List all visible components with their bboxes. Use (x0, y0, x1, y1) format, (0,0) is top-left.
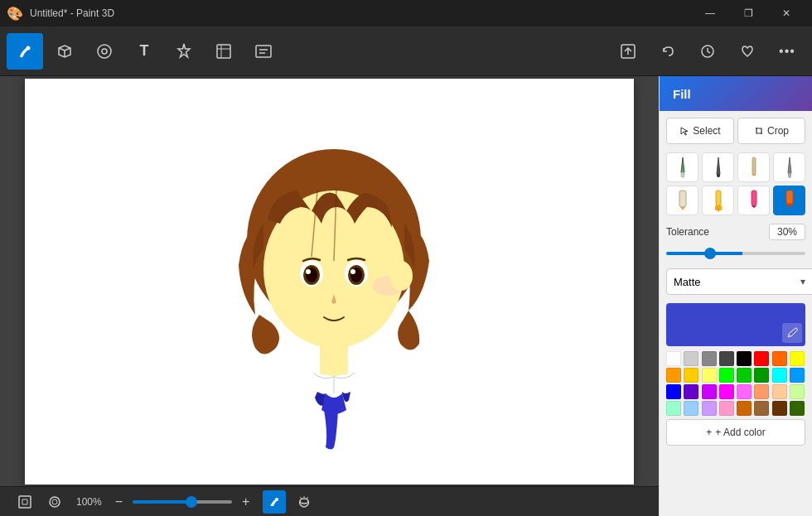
minimize-button[interactable]: — (691, 0, 729, 27)
brush-tool-4[interactable] (773, 152, 805, 182)
color-swatch-cell[interactable] (772, 401, 787, 416)
tolerance-slider-row (666, 244, 805, 258)
tool-stickers[interactable] (86, 33, 123, 70)
svg-rect-29 (679, 190, 686, 207)
history-button[interactable] (689, 33, 726, 70)
color-swatch-cell[interactable] (772, 368, 787, 383)
color-palette (666, 351, 805, 416)
brush-tool-1[interactable] (666, 152, 698, 182)
add-color-icon: + (706, 427, 712, 438)
color-swatch-cell[interactable] (666, 401, 681, 416)
svg-rect-30 (716, 190, 721, 205)
close-button[interactable]: ✕ (767, 0, 805, 27)
restore-button[interactable]: ❐ (729, 0, 767, 27)
color-swatch-cell[interactable] (737, 384, 752, 399)
tolerance-label: Tolerance (666, 226, 709, 238)
brush-tool-3[interactable] (737, 152, 770, 182)
crop-button[interactable]: Crop (737, 118, 805, 144)
svg-point-15 (306, 269, 311, 274)
eye-dropper-bottombar-button[interactable] (292, 490, 316, 514)
svg-rect-27 (752, 157, 756, 176)
svg-rect-20 (19, 496, 31, 508)
color-swatch-cell[interactable] (702, 368, 717, 383)
color-swatch-cell[interactable] (772, 384, 787, 399)
color-swatch-cell[interactable] (719, 384, 734, 399)
brush-tool-5[interactable] (666, 186, 698, 215)
add-color-button[interactable]: + + Add color (666, 419, 805, 446)
color-swatch-cell[interactable] (737, 351, 752, 366)
color-swatch-cell[interactable] (719, 351, 734, 366)
color-swatch-cell[interactable] (702, 401, 717, 416)
share-button[interactable] (610, 33, 646, 70)
tool-view[interactable] (245, 33, 282, 70)
svg-rect-4 (256, 46, 271, 57)
svg-point-23 (275, 498, 278, 501)
svg-point-28 (788, 173, 791, 178)
color-swatch-cell[interactable] (666, 384, 681, 399)
tolerance-slider[interactable] (666, 252, 805, 255)
right-panel: Fill Select Crop (659, 76, 812, 516)
canvas-view-button[interactable] (43, 490, 66, 514)
select-crop-row: Select Crop (666, 118, 805, 144)
color-swatch-cell[interactable] (790, 368, 805, 383)
color-swatch-cell[interactable] (684, 351, 698, 366)
color-swatch-cell[interactable] (790, 351, 805, 366)
color-swatch-cell[interactable] (684, 401, 698, 416)
color-swatch-cell[interactable] (754, 351, 769, 366)
color-swatch-cell[interactable] (737, 401, 752, 416)
undo-button[interactable] (650, 33, 686, 70)
zoom-in-button[interactable]: + (239, 494, 253, 509)
eyedropper-button[interactable] (782, 323, 802, 343)
tool-canvas[interactable] (205, 33, 242, 70)
color-swatch-cell[interactable] (719, 368, 734, 383)
svg-point-19 (350, 269, 355, 274)
favorite-button[interactable] (729, 33, 766, 70)
svg-point-22 (52, 499, 57, 504)
tool-text[interactable]: T (126, 33, 162, 70)
color-swatch-cell[interactable] (684, 384, 698, 399)
svg-point-1 (98, 45, 111, 58)
more-button[interactable]: ••• (769, 33, 805, 70)
brush-tool-6[interactable] (702, 186, 734, 215)
color-swatch-cell[interactable] (719, 401, 734, 416)
color-swatch-cell[interactable] (666, 368, 681, 383)
brush-tool-7[interactable] (737, 186, 770, 215)
toolbar: T (0, 27, 812, 76)
svg-rect-35 (788, 190, 791, 195)
select-button[interactable]: Select (666, 118, 734, 144)
color-swatch-cell[interactable] (754, 368, 769, 383)
brush-tool-8[interactable] (773, 186, 805, 215)
canvas-container[interactable] (0, 76, 659, 486)
color-swatch-cell[interactable] (702, 384, 717, 399)
matte-row: Matte Glossy Metal ▾ (666, 268, 805, 295)
titlebar: 🎨 Untitled* - Paint 3D — ❐ ✕ (0, 0, 812, 27)
color-swatch-main[interactable] (666, 303, 805, 346)
canvas[interactable] (25, 79, 634, 485)
canvas-resize-button[interactable] (13, 490, 36, 514)
tool-3d[interactable] (46, 33, 83, 70)
canvas-area: 100% − + (0, 76, 659, 516)
color-swatch-cell[interactable] (684, 368, 698, 383)
color-swatch-cell[interactable] (790, 384, 805, 399)
canvas-bottombar: 100% − + (0, 486, 659, 516)
color-swatch-cell[interactable] (754, 401, 769, 416)
color-swatch-cell[interactable] (790, 401, 805, 416)
svg-point-2 (102, 49, 107, 54)
svg-point-26 (717, 174, 720, 177)
color-swatch-cell[interactable] (754, 384, 769, 399)
panel-title: Fill (673, 87, 691, 101)
brush-grid (666, 152, 805, 215)
brush-tool-2[interactable] (702, 152, 734, 182)
svg-rect-33 (752, 190, 756, 205)
tool-effects[interactable] (166, 33, 202, 70)
active-brush-button[interactable] (263, 490, 286, 514)
zoom-out-button[interactable]: − (112, 494, 126, 509)
color-swatch-cell[interactable] (702, 351, 717, 366)
color-swatch-cell[interactable] (666, 351, 681, 366)
color-swatch-cell[interactable] (737, 368, 752, 383)
tool-brushes[interactable] (7, 33, 43, 70)
matte-select[interactable]: Matte Glossy Metal (666, 268, 812, 295)
color-swatch-cell[interactable] (772, 351, 787, 366)
zoom-slider[interactable] (133, 500, 232, 504)
svg-point-21 (50, 497, 60, 507)
